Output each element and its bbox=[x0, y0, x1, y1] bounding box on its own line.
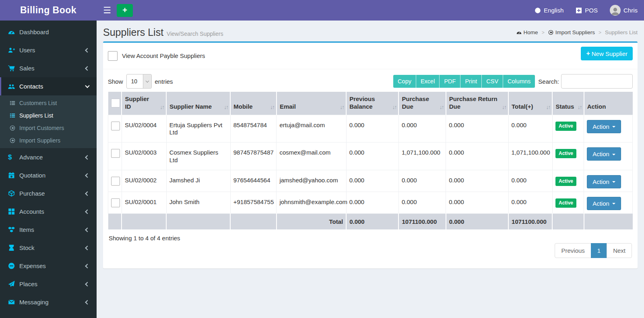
cart-icon bbox=[8, 65, 19, 72]
sidebar-link-expenses[interactable]: Expenses bbox=[0, 257, 97, 275]
sidebar-link-contacts[interactable]: Contacts bbox=[0, 77, 97, 95]
action-dropdown-button[interactable]: Action bbox=[587, 175, 621, 188]
column-label: Previous Balance bbox=[349, 95, 395, 111]
csv-export-button[interactable]: CSV bbox=[482, 75, 503, 88]
sidebar-sublink-import-suppliers[interactable]: Import Suppliers bbox=[0, 134, 97, 147]
sort-icon[interactable]: ↓↑ bbox=[224, 104, 228, 110]
caret-down-icon bbox=[612, 126, 615, 128]
column-header-supplier-id[interactable]: Supplier ID↓↑ bbox=[122, 92, 166, 115]
sort-icon[interactable]: ↓↑ bbox=[578, 104, 582, 110]
status-cell: Active bbox=[552, 142, 584, 170]
dashboard-icon bbox=[516, 30, 522, 35]
suppliers-card: View Account Payble Suppliers +New Suppl… bbox=[103, 41, 638, 268]
action-label: Action bbox=[592, 123, 609, 130]
sidebar-link-places[interactable]: Places bbox=[0, 275, 97, 293]
view-account-payable-checkbox[interactable] bbox=[108, 51, 118, 61]
column-header-mobile[interactable]: Mobile↓↑ bbox=[230, 92, 277, 115]
sidebar-link-accounts[interactable]: Accounts bbox=[0, 202, 97, 221]
action-dropdown-button[interactable]: Action bbox=[587, 197, 621, 210]
envelope-icon bbox=[8, 299, 19, 306]
sidebar-link-stock[interactable]: Stock bbox=[0, 239, 97, 257]
language-menu[interactable]: English bbox=[535, 7, 564, 14]
pagination-previous[interactable]: Previous bbox=[555, 243, 591, 258]
sort-icon[interactable]: ↓↑ bbox=[440, 104, 444, 110]
page-title: Suppliers List bbox=[103, 27, 163, 38]
column-header-status[interactable]: Status↓↑ bbox=[552, 92, 584, 115]
column-header-supplier-name[interactable]: Supplier Name↓↑ bbox=[166, 92, 230, 115]
row-checkbox[interactable] bbox=[111, 149, 120, 158]
row-checkbox[interactable] bbox=[111, 177, 120, 186]
breadcrumb-separator: > bbox=[542, 30, 545, 35]
previous-balance-cell: 0.000 bbox=[346, 115, 398, 142]
sort-icon[interactable]: ↓↑ bbox=[160, 104, 164, 110]
row-checkbox[interactable] bbox=[111, 198, 120, 207]
action-cell: Action bbox=[584, 192, 633, 213]
sort-icon[interactable]: ↓↑ bbox=[546, 104, 550, 110]
sidebar-link-sales[interactable]: Sales bbox=[0, 59, 97, 77]
copy-export-button[interactable]: Copy bbox=[393, 75, 416, 88]
column-header-email[interactable]: Email↓↑ bbox=[277, 92, 346, 115]
table-row: SU/02/0002Jamshed Ji97654644564jamshed@y… bbox=[108, 170, 633, 192]
status-badge: Active bbox=[555, 122, 576, 131]
supplier-id-cell: SU/02/0001 bbox=[122, 192, 166, 213]
footer-empty-cell bbox=[122, 213, 166, 229]
mobile-cell: 97654644564 bbox=[230, 170, 277, 192]
new-supplier-button[interactable]: +New Supplier bbox=[581, 47, 633, 60]
page-length-select[interactable]: 10 bbox=[126, 74, 152, 89]
column-header-purchase-return-due[interactable]: Purchase Return Due↓↑ bbox=[446, 92, 508, 115]
top-navbar: Billing Book ☰ + English POS Chris bbox=[0, 0, 644, 21]
pagination-next[interactable]: Next bbox=[607, 243, 632, 258]
sidebar-link-messaging[interactable]: Messaging bbox=[0, 293, 97, 311]
app-title: Billing Book bbox=[20, 5, 76, 16]
pagination-page-1[interactable]: 1 bbox=[591, 243, 607, 258]
sidebar-sublink-suppliers-list[interactable]: Suppliers List bbox=[0, 109, 97, 122]
footer-empty-cell bbox=[230, 213, 277, 229]
breadcrumb-label: Suppliers List bbox=[605, 29, 638, 35]
sidebar-item-label: Items bbox=[19, 226, 86, 233]
sidebar-link-purchase[interactable]: Purchase bbox=[0, 184, 97, 202]
chevron-left-icon bbox=[85, 282, 89, 286]
row-checkbox[interactable] bbox=[111, 122, 120, 130]
grid-icon bbox=[8, 208, 19, 215]
page-heading: Suppliers ListView/Search Suppliers bbox=[103, 27, 223, 38]
pdf-export-button[interactable]: PDF bbox=[440, 75, 460, 88]
sidebar-toggle-button[interactable]: ☰ bbox=[99, 0, 115, 21]
select-all-checkbox[interactable] bbox=[111, 99, 120, 107]
excel-export-button[interactable]: Excel bbox=[416, 75, 440, 88]
purchase-return-due-cell: 0.000 bbox=[446, 192, 508, 213]
sort-icon[interactable]: ↓↑ bbox=[502, 104, 506, 110]
sidebar-link-advance[interactable]: $Advance bbox=[0, 148, 97, 166]
sort-icon[interactable]: ↓↑ bbox=[340, 104, 344, 110]
view-account-payable-label: View Account Payble Suppliers bbox=[122, 52, 205, 59]
chevron-left-icon bbox=[85, 173, 89, 178]
pos-menu[interactable]: POS bbox=[576, 7, 598, 14]
breadcrumb-item-import-suppliers[interactable]: Import Suppliers bbox=[548, 29, 595, 35]
column-header-purchase-due[interactable]: Purchase Due↓↑ bbox=[398, 92, 446, 115]
action-dropdown-button[interactable]: Action bbox=[587, 120, 621, 133]
breadcrumb-item-home[interactable]: Home bbox=[516, 29, 538, 35]
total-cell: 1,071,100.000 bbox=[508, 142, 552, 170]
sidebar-sublink-import-customers[interactable]: Import Customers bbox=[0, 122, 97, 134]
supplier-id-cell: SU/02/0003 bbox=[122, 142, 166, 170]
search-input[interactable] bbox=[561, 74, 633, 89]
sidebar-link-users[interactable]: Users bbox=[0, 41, 97, 59]
quick-add-button[interactable]: + bbox=[117, 4, 133, 17]
sort-icon[interactable]: ↓↑ bbox=[270, 104, 274, 110]
footer-total-value: 0.000 bbox=[346, 213, 398, 229]
total-cell: 0.000 bbox=[508, 115, 552, 142]
sidebar-sublink-customers-list[interactable]: Customers List bbox=[0, 97, 97, 109]
sidebar-link-dashboard[interactable]: Dashboard bbox=[0, 23, 97, 41]
action-dropdown-button[interactable]: Action bbox=[587, 147, 621, 161]
user-menu[interactable]: Chris bbox=[610, 5, 638, 16]
app-logo[interactable]: Billing Book bbox=[0, 0, 97, 21]
footer-empty-cell bbox=[166, 213, 230, 229]
print-export-button[interactable]: Print bbox=[460, 75, 482, 88]
column-header-previous-balance[interactable]: Previous Balance↓↑ bbox=[346, 92, 398, 115]
chevron-left-icon bbox=[85, 264, 89, 268]
column-header-total-[interactable]: Total(+)↓↑ bbox=[508, 92, 552, 115]
columns-export-button[interactable]: Columns bbox=[503, 75, 535, 88]
sort-icon[interactable]: ↓↑ bbox=[392, 104, 396, 110]
email-cell: cosmex@mail.com bbox=[277, 142, 346, 170]
sidebar-link-quotation[interactable]: Quotation bbox=[0, 166, 97, 184]
sidebar-link-items[interactable]: Items bbox=[0, 221, 97, 239]
